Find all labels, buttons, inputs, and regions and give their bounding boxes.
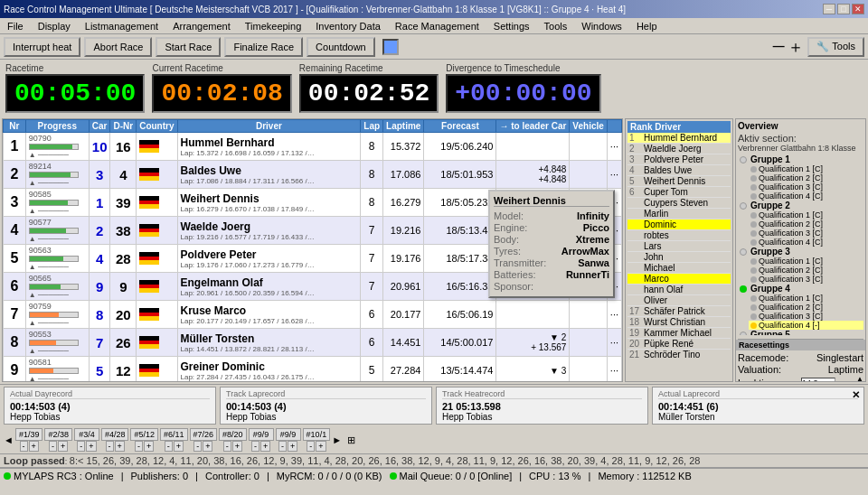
rank-row[interactable]: 19 Kammer Michael — [627, 328, 731, 339]
rank-row[interactable]: 1 Hummel Bernhard — [627, 133, 731, 144]
table-row[interactable]: 7 90759 ▲ ────── 8 20 Kruse Marco Lap: 2… — [4, 301, 622, 329]
lap-selector[interactable]: #7/26 — [190, 428, 218, 441]
laps-expand[interactable]: ⊞ — [347, 434, 355, 446]
rank-row[interactable]: 18 Wurst Christian — [627, 317, 731, 328]
lap-plus[interactable]: + — [86, 441, 96, 452]
close-record-button[interactable]: ✕ — [852, 389, 860, 401]
laps-scroll-left[interactable]: ◄ — [4, 434, 14, 445]
group-item[interactable]: Qualification 3 [C] — [749, 229, 863, 238]
menu-settings[interactable]: Settings — [490, 20, 533, 33]
lap-plus[interactable]: + — [203, 441, 212, 452]
gruppe-label[interactable]: Gruppe 1 — [738, 154, 863, 164]
lap-plus[interactable]: + — [58, 441, 68, 452]
menu-timekeeping[interactable]: Timekeeping — [241, 20, 306, 33]
lap-plus[interactable]: + — [232, 441, 242, 452]
lap-minus[interactable]: - — [135, 441, 143, 452]
start-button[interactable]: Start Race — [156, 37, 221, 57]
close-button[interactable]: ✕ — [852, 4, 864, 14]
lap-selector[interactable]: #10/1 — [303, 428, 331, 441]
lap-selector[interactable]: #2/38 — [44, 428, 72, 441]
rank-row[interactable]: Dominic — [627, 219, 731, 230]
lap-plus[interactable]: + — [29, 441, 39, 452]
lap-minus[interactable]: - — [165, 441, 173, 452]
menu-display[interactable]: Display — [34, 20, 74, 33]
gruppe-1[interactable]: Gruppe 1 Qualification 1 [C] Qualificati… — [738, 154, 863, 201]
laps-scroll-right[interactable]: ► — [332, 434, 342, 445]
lap-plus[interactable]: + — [144, 441, 154, 452]
rank-row[interactable]: robtes — [627, 230, 731, 241]
lap-minus[interactable]: - — [223, 441, 231, 452]
rank-row[interactable]: 6 Cuper Tom — [627, 187, 731, 198]
group-item[interactable]: Qualification 2 [C] — [749, 266, 863, 275]
group-item[interactable]: Qualification 4 [C] — [749, 238, 863, 247]
lap-plus[interactable]: + — [288, 441, 297, 452]
rank-row[interactable]: 3 Poldvere Peter — [627, 154, 731, 165]
rank-row[interactable]: 4 Baldes Uwe — [627, 165, 731, 176]
minimize-button[interactable]: ─ — [823, 4, 835, 14]
lap-minus[interactable]: - — [20, 441, 28, 452]
lap-selector[interactable]: #6/11 — [160, 428, 188, 441]
abort-button[interactable]: Abort Race — [84, 37, 152, 57]
lap-minus[interactable]: - — [77, 441, 85, 452]
rank-row[interactable]: John — [627, 252, 731, 263]
table-row[interactable]: 2 89214 ▲ ────── 3 4 Baldes Uwe Lap: 17.… — [4, 161, 622, 189]
lap-minus[interactable]: - — [307, 441, 315, 452]
group-item[interactable]: Qualification 4 [C] — [749, 191, 863, 201]
countdown-button[interactable]: Countdown — [307, 37, 375, 57]
finalize-button[interactable]: Finalize Race — [224, 37, 303, 57]
lap-selector[interactable]: #9/9 — [249, 428, 274, 441]
lap-selector[interactable]: #9/9 — [276, 428, 301, 441]
gruppe-5[interactable]: Gruppe 5 Qualification 1 [C] Qualificati… — [738, 330, 863, 335]
lap-selector[interactable]: #8/20 — [219, 428, 247, 441]
lap-plus[interactable]: + — [316, 441, 326, 452]
row-menu[interactable]: ··· — [607, 357, 621, 383]
locktime-up[interactable]: ▲ — [856, 376, 863, 382]
rank-row[interactable]: hann Olaf — [627, 285, 731, 295]
group-item[interactable]: Qualification 2 [C] — [749, 173, 863, 182]
group-item[interactable]: Qualification 3 [C] — [749, 312, 863, 321]
rank-row[interactable]: 2 Waeldle Joerg — [627, 144, 731, 154]
rank-row[interactable]: Michael — [627, 263, 731, 274]
minus-button[interactable]: ─ — [773, 37, 785, 56]
rank-scroll[interactable]: 1 Hummel Bernhard 2 Waeldle Joerg 3 Pold… — [627, 133, 731, 359]
row-menu[interactable]: ··· — [607, 301, 621, 329]
menu-racemanagement[interactable]: Race Management — [392, 20, 483, 33]
rank-row[interactable]: Cuypers Steven — [627, 198, 731, 209]
table-row[interactable]: 9 90581 ▲ ────── 5 12 Greiner Dominic La… — [4, 357, 622, 383]
gruppe-2[interactable]: Gruppe 2 Qualification 1 [C] Qualificati… — [738, 201, 863, 247]
lap-minus[interactable]: - — [278, 441, 287, 452]
lap-minus[interactable]: - — [106, 441, 114, 452]
menu-arrangement[interactable]: Arrangement — [169, 20, 234, 33]
menu-file[interactable]: File — [4, 20, 27, 33]
group-item[interactable]: Qualification 3 [C] — [749, 182, 863, 191]
table-row[interactable]: 8 90553 ▲ ────── 7 26 Müller Torsten Lap… — [4, 329, 622, 357]
rank-row[interactable]: Oliver — [627, 295, 731, 306]
group-item[interactable]: Qualification 2 [C] — [749, 303, 863, 312]
table-row[interactable]: 1 90790 ▲ ────── 10 16 Hummel Bernhard L… — [4, 133, 622, 161]
lap-plus[interactable]: + — [174, 441, 184, 452]
group-item[interactable]: Qualification 1 [C] — [749, 210, 863, 219]
group-item[interactable]: Qualification 1 [C] — [749, 257, 863, 266]
lap-plus[interactable]: + — [260, 441, 270, 452]
gruppe-label[interactable]: Gruppe 5 — [738, 330, 863, 335]
row-menu[interactable]: ··· — [607, 329, 621, 357]
rank-row[interactable]: 21 Schröder Tino — [627, 350, 731, 360]
locktime-input[interactable] — [801, 378, 835, 382]
menu-windows[interactable]: Windows — [578, 20, 626, 33]
gruppe-4[interactable]: Gruppe 4 Qualification 1 [C] Qualificati… — [738, 284, 863, 330]
interrupt-button[interactable]: Interrupt heat — [4, 37, 80, 57]
row-menu[interactable]: ··· — [607, 161, 621, 189]
rank-row[interactable]: 5 Weihert Dennis — [627, 176, 731, 187]
group-item[interactable]: Qualification 1 [C] — [749, 294, 863, 303]
group-item[interactable]: Qualification 1 [C] — [749, 164, 863, 173]
menu-help[interactable]: Help — [633, 20, 661, 33]
tools-button[interactable]: 🔧 Tools — [807, 37, 864, 57]
group-item[interactable]: Qualification 4 [-] — [749, 321, 863, 330]
menu-listmanagement[interactable]: Listmanagement — [81, 20, 162, 33]
menu-inventory[interactable]: Inventory Data — [312, 20, 384, 33]
lap-plus[interactable]: + — [115, 441, 125, 452]
group-item[interactable]: Qualification 3 [C] — [749, 275, 863, 284]
rank-row[interactable]: 17 Schäfer Patrick — [627, 306, 731, 317]
rank-row[interactable]: Lars — [627, 241, 731, 252]
gruppe-3[interactable]: Gruppe 3 Qualification 1 [C] Qualificati… — [738, 247, 863, 284]
